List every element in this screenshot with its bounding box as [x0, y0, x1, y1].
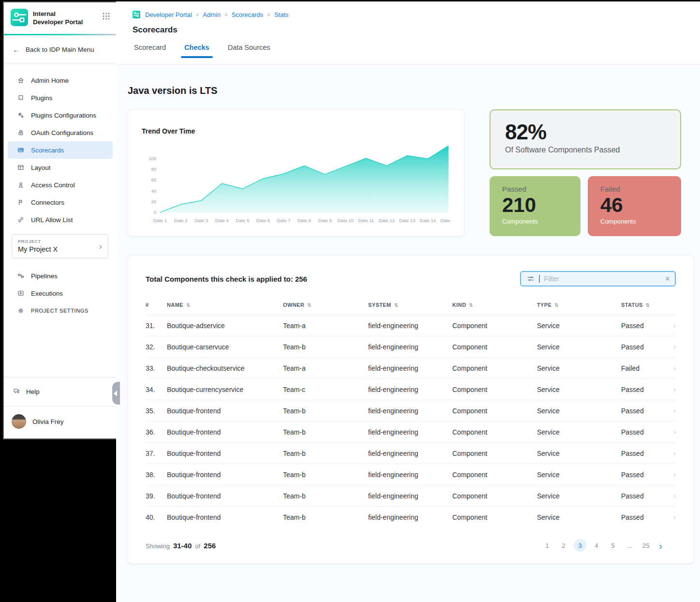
- cell-kind: Component: [452, 428, 537, 436]
- cell-type: Service: [537, 428, 621, 436]
- page-5[interactable]: 5: [607, 539, 619, 552]
- sidebar-item-plugins[interactable]: Plugins: [8, 89, 113, 106]
- breadcrumb-stats[interactable]: Stats: [274, 11, 289, 18]
- svg-text:60: 60: [151, 177, 156, 182]
- chevron-right-icon: ›: [99, 241, 102, 251]
- content: Java version is LTS Trend Over Time 0204…: [116, 65, 700, 564]
- cell-type: Service: [537, 407, 621, 415]
- sidebar-collapse-handle[interactable]: [112, 382, 120, 405]
- project-selector[interactable]: PROJECT My Project X ›: [12, 234, 108, 258]
- admin-nav: Admin Home Plugins Plugins Configuration…: [4, 64, 116, 228]
- cell-kind: Component: [452, 450, 537, 457]
- cell-owner: Team-a: [283, 322, 368, 330]
- cell-name: Boutique-currencyservice: [167, 386, 283, 393]
- svg-text:Date 12: Date 12: [379, 218, 395, 223]
- page-2[interactable]: 2: [557, 539, 570, 552]
- idp-logo-icon: [11, 9, 28, 28]
- sidebar-item-layout[interactable]: Layout: [8, 159, 113, 176]
- passed-label: Passed: [502, 185, 569, 193]
- breadcrumb-admin[interactable]: Admin: [203, 11, 221, 18]
- svg-text:Date 5: Date 5: [236, 218, 249, 223]
- cell-index: 33.: [146, 364, 167, 372]
- svg-text:Date 11: Date 11: [358, 218, 374, 223]
- back-to-main-menu[interactable]: ← Back to IDP Main Menu: [4, 35, 116, 64]
- cell-name: Boutique-frontend: [167, 513, 283, 521]
- svg-text:Date 1: Date 1: [153, 218, 167, 223]
- help-button[interactable]: Help: [4, 377, 116, 406]
- row-chevron-icon: ›: [669, 364, 676, 373]
- column-header-status[interactable]: STATUS⇅: [621, 302, 669, 308]
- project-label: PROJECT: [18, 239, 99, 244]
- svg-text:Date 2: Date 2: [174, 218, 188, 223]
- cell-system: field-engineering: [368, 322, 452, 330]
- sidebar-item-connectors[interactable]: Connectors: [8, 194, 113, 211]
- row-chevron-icon: ›: [669, 343, 676, 351]
- column-header-system[interactable]: SYSTEM⇅: [368, 302, 452, 308]
- cell-index: 35.: [146, 407, 167, 415]
- showing-range: 31-40: [173, 542, 192, 550]
- sidebar-item-access-control[interactable]: Access Control: [8, 176, 113, 194]
- next-page-icon[interactable]: ›: [659, 541, 662, 551]
- link-icon: [17, 216, 25, 224]
- column-header-type[interactable]: TYPE⇅: [537, 302, 621, 308]
- svg-text:80: 80: [151, 166, 156, 172]
- cell-index: 40.: [146, 513, 167, 521]
- sidebar-item-admin-home[interactable]: Admin Home: [8, 72, 113, 89]
- cell-system: field-engineering: [368, 364, 452, 372]
- table-row[interactable]: 32. Boutique-carservuce Team-b field-eng…: [146, 336, 676, 357]
- sidebar-item-plugins-configurations[interactable]: Plugins Configurations: [8, 106, 113, 124]
- sidebar-item-scorecards[interactable]: Scorecards: [8, 141, 113, 159]
- table-row[interactable]: 33. Boutique-checkoutservice Team-a fiel…: [146, 357, 676, 378]
- filter-sliders-icon[interactable]: [527, 275, 535, 283]
- page-3[interactable]: 3: [574, 539, 586, 552]
- user-menu[interactable]: Olivia Frey: [4, 406, 116, 438]
- table-row[interactable]: 39. Boutique-frontend Team-b field-engin…: [146, 485, 676, 506]
- sidebar-item-executions[interactable]: Executions: [8, 285, 113, 302]
- cell-status: Passed: [621, 513, 669, 521]
- column-header-kind[interactable]: KIND⇅: [452, 302, 537, 308]
- cell-kind: Component: [452, 322, 537, 330]
- tab-checks[interactable]: Checks: [184, 44, 209, 58]
- sort-icon: ⇅: [469, 302, 474, 308]
- help-label: Help: [26, 388, 40, 395]
- breadcrumb-developer-portal[interactable]: Developer Portal: [145, 11, 192, 18]
- table-row[interactable]: 38. Boutique-frontend Team-b field-engin…: [146, 464, 676, 485]
- column-header-name[interactable]: NAME⇅: [167, 302, 283, 308]
- gear-icon: [17, 307, 25, 315]
- page-4[interactable]: 4: [590, 539, 603, 552]
- cell-type: Service: [537, 471, 621, 479]
- table-row[interactable]: 36. Boutique-frontend Team-b field-engin…: [146, 421, 676, 442]
- play-icon: [17, 289, 25, 297]
- sidebar-item-oauth-configurations[interactable]: OAuth Configurations: [8, 124, 113, 141]
- text-caret: [539, 275, 540, 283]
- page-25[interactable]: 25: [640, 539, 652, 552]
- breadcrumb-scorecards[interactable]: Scorecards: [232, 11, 264, 18]
- filter-input[interactable]: [544, 275, 661, 283]
- cell-index: 37.: [146, 450, 167, 457]
- page-1[interactable]: 1: [541, 539, 553, 552]
- table-row[interactable]: 31. Boutique-adservice Team-a field-engi…: [146, 315, 676, 336]
- sidebar-item-pipelines[interactable]: Pipelines: [8, 267, 113, 285]
- svg-text:Date 10: Date 10: [338, 218, 354, 223]
- sidebar-item-project-settings[interactable]: PROJECT SETTINGS: [8, 302, 113, 319]
- cell-owner: Team-b: [283, 471, 368, 479]
- failed-caption: Components: [600, 218, 670, 225]
- clear-filter-icon[interactable]: ×: [665, 274, 670, 283]
- project-nav: Pipelines Executions PROJECT SETTINGS: [4, 265, 116, 319]
- table-row[interactable]: 34. Boutique-currencyservice Team-c fiel…: [146, 378, 676, 400]
- tab-scorecard[interactable]: Scorecard: [134, 44, 166, 58]
- column-header-owner[interactable]: OWNER⇅: [283, 302, 368, 308]
- sidebar-item-url-allow-list[interactable]: URL Allow List: [8, 211, 113, 228]
- tab-data-sources[interactable]: Data Sources: [228, 44, 270, 58]
- pass-rate-value: 82%: [505, 120, 666, 144]
- plugins-icon: [17, 94, 25, 102]
- sort-icon: ⇅: [394, 302, 399, 308]
- app-switcher-icon[interactable]: [102, 12, 110, 22]
- svg-text:Date 4: Date 4: [215, 218, 229, 223]
- cell-kind: Component: [452, 364, 537, 372]
- table-row[interactable]: 35. Boutique-frontend Team-b field-engin…: [146, 400, 676, 421]
- table-title: Total Components this check is applied t…: [146, 275, 307, 283]
- cell-system: field-engineering: [368, 492, 452, 500]
- table-row[interactable]: 37. Boutique-frontend Team-b field-engin…: [146, 442, 676, 464]
- table-row[interactable]: 40. Boutique-frontend Team-b field-engin…: [146, 506, 676, 527]
